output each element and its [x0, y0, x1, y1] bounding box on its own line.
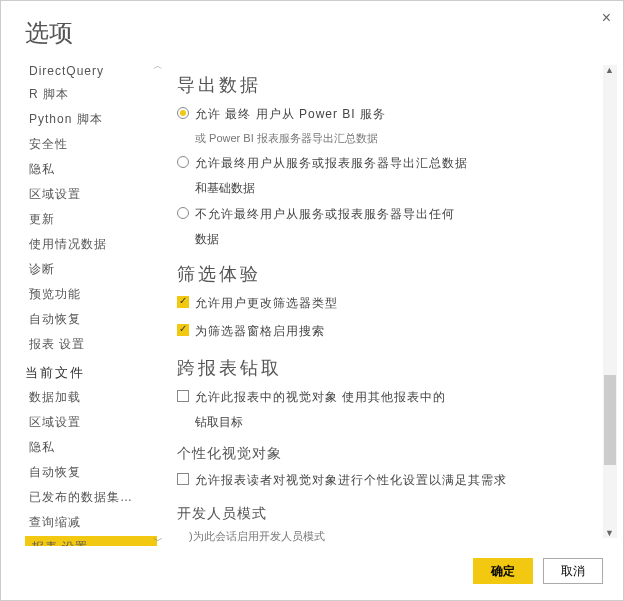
content-pane: 导出数据 允许 最终 用户从 Power BI 服务 或 Power BI 报表…	[165, 57, 623, 546]
check-label: 允许用户更改筛选器类型	[195, 294, 338, 312]
scrollbar[interactable]: ▲ ▼	[603, 65, 617, 538]
radio-icon	[177, 207, 189, 219]
section-filter-title: 筛选体验	[177, 262, 595, 286]
check-filter-search[interactable]: 为筛选器窗格启用搜索	[177, 320, 595, 342]
dialog-title: 选项	[1, 1, 623, 57]
sidebar: ︿ DirectQuery R 脚本 Python 脚本 安全性 隐私 区域设置…	[25, 57, 165, 546]
radio-label: 不允许最终用户从服务或报表服务器导出任何	[195, 205, 455, 223]
sidebar-item-privacy-file[interactable]: 隐私	[25, 436, 157, 459]
check-label: 允许此报表中的视觉对象 使用其他报表中的	[195, 388, 446, 406]
radio-sub-label: 或 Power BI 报表服务器导出汇总数据	[195, 131, 595, 146]
cancel-button[interactable]: 取消	[543, 558, 603, 584]
sidebar-item-privacy[interactable]: 隐私	[25, 158, 157, 181]
chevron-up-icon[interactable]: ︿	[153, 59, 163, 69]
section-export-title: 导出数据	[177, 73, 595, 97]
sidebar-item-report-settings-global[interactable]: 报表 设置	[25, 333, 157, 356]
dialog-body: ︿ DirectQuery R 脚本 Python 脚本 安全性 隐私 区域设置…	[1, 57, 623, 546]
sidebar-item-report-settings[interactable]: 报表 设置	[25, 536, 157, 546]
sidebar-item-directquery[interactable]: DirectQuery	[25, 61, 157, 81]
sidebar-item-published-datasets[interactable]: 已发布的数据集…	[25, 486, 157, 509]
sidebar-item-preview[interactable]: 预览功能	[25, 283, 157, 306]
check-filter-type[interactable]: 允许用户更改筛选器类型	[177, 292, 595, 314]
sidebar-item-python-script[interactable]: Python 脚本	[25, 108, 157, 131]
sidebar-item-auto-recovery-file[interactable]: 自动恢复	[25, 461, 157, 484]
sidebar-item-regional-file[interactable]: 区域设置	[25, 411, 157, 434]
chevron-down-icon[interactable]: ﹀	[153, 534, 163, 544]
sidebar-item-usage-data[interactable]: 使用情况数据	[25, 233, 157, 256]
radio-export-summary[interactable]: 允许 最终 用户从 Power BI 服务	[177, 103, 595, 125]
section-drill-title: 跨报表钻取	[177, 356, 595, 380]
radio-export-none[interactable]: 不允许最终用户从服务或报表服务器导出任何	[177, 203, 595, 225]
sidebar-item-data-load[interactable]: 数据加载	[25, 386, 157, 409]
section-dev-title: 开发人员模式	[177, 505, 595, 523]
sidebar-item-auto-recovery[interactable]: 自动恢复	[25, 308, 157, 331]
close-icon[interactable]: ×	[602, 9, 611, 27]
section-personal-title: 个性化视觉对象	[177, 445, 595, 463]
sidebar-item-r-script[interactable]: R 脚本	[25, 83, 157, 106]
sidebar-item-query-reduction[interactable]: 查询缩减	[25, 511, 157, 534]
dev-sub-label: )为此会话启用开发人员模式	[189, 529, 595, 544]
check-personalize[interactable]: 允许报表读者对视觉对象进行个性化设置以满足其需求	[177, 469, 595, 491]
radio-label-cont: 和基础数据	[195, 180, 595, 197]
check-label: 为筛选器窗格启用搜索	[195, 322, 325, 340]
check-label-cont: 钻取目标	[195, 414, 595, 431]
sidebar-category-current-file: 当前文件	[25, 358, 157, 384]
checkbox-icon	[177, 296, 189, 308]
checkbox-icon	[177, 324, 189, 336]
scroll-thumb[interactable]	[604, 375, 616, 465]
radio-export-summary-underlying[interactable]: 允许最终用户从服务或报表服务器导出汇总数据	[177, 152, 595, 174]
radio-icon	[177, 156, 189, 168]
sidebar-item-regional[interactable]: 区域设置	[25, 183, 157, 206]
sidebar-item-security[interactable]: 安全性	[25, 133, 157, 156]
checkbox-icon	[177, 473, 189, 485]
radio-icon	[177, 107, 189, 119]
scroll-up-icon[interactable]: ▲	[605, 65, 614, 75]
radio-label: 允许 最终 用户从 Power BI 服务	[195, 105, 386, 123]
check-label: 允许报表读者对视觉对象进行个性化设置以满足其需求	[195, 471, 507, 489]
radio-label-cont: 数据	[195, 231, 595, 248]
options-dialog: × 选项 ︿ DirectQuery R 脚本 Python 脚本 安全性 隐私…	[0, 0, 624, 601]
sidebar-item-diagnostics[interactable]: 诊断	[25, 258, 157, 281]
dialog-footer: 确定 取消	[1, 546, 623, 600]
ok-button[interactable]: 确定	[473, 558, 533, 584]
sidebar-item-updates[interactable]: 更新	[25, 208, 157, 231]
scroll-down-icon[interactable]: ▼	[605, 528, 614, 538]
check-drill-target[interactable]: 允许此报表中的视觉对象 使用其他报表中的	[177, 386, 595, 408]
radio-label: 允许最终用户从服务或报表服务器导出汇总数据	[195, 154, 468, 172]
checkbox-icon	[177, 390, 189, 402]
